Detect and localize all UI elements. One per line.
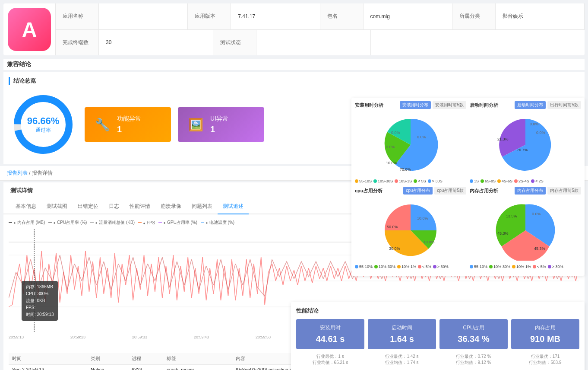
industry-cpu: 行业最优：0.72 % 行业均值：9.12 % — [439, 354, 508, 366]
field-empty — [371, 30, 585, 56]
breadcrumb-list[interactable]: 报告列表 — [7, 170, 28, 176]
pie-install-legend: 55-10S 10S-30S 10S-1S < 5S > 30S — [355, 179, 466, 183]
perf-section: 性能结论 安装用时 44.61 s 启动时间 1.64 s CPU占用 36.3… — [291, 302, 585, 370]
perf-card-install-value: 44.61 s — [301, 334, 359, 344]
donut-percent: 96.66% — [27, 115, 60, 127]
test-section-title: 测试详情 — [10, 187, 33, 195]
svg-text:21.3%: 21.3% — [497, 137, 509, 141]
industry-memory-avg: 行业均值：503.9 — [511, 360, 579, 366]
tab-crash[interactable]: 崩溃录像 — [155, 199, 187, 214]
pie-memory-tab-1[interactable]: 内存占用分布 — [515, 187, 546, 195]
tab-error-locate[interactable]: 出错定位 — [73, 199, 104, 214]
perf-card-cpu-label: CPU占用 — [445, 324, 503, 332]
perf-card-start-value: 1.64 s — [373, 334, 431, 344]
svg-text:45.3%: 45.3% — [534, 246, 545, 251]
perf-title: 性能结论 — [296, 307, 579, 315]
tooltip-memory: 内存: 1866MB — [26, 284, 54, 290]
pie-memory-legend: 55-10% 10%-30% 10%-1% < 5% > 30% — [470, 265, 581, 269]
pie-install-title: 安装用时分析 — [355, 102, 383, 108]
svg-text:13.5%: 13.5% — [506, 214, 517, 218]
legend-gpu: ⬥ GPU占用率 (%) — [158, 220, 197, 226]
pie-cpu-tab-2[interactable]: cpu占用前5款 — [434, 187, 466, 195]
compat-section-title: 兼容结论 — [3, 59, 585, 70]
svg-text:0.0%: 0.0% — [536, 131, 545, 135]
legend-battery-label: ⬥ 电池温度 (%) — [205, 220, 234, 226]
stat-ui-label: UI异常 — [210, 115, 228, 123]
app-fields: 应用名称 应用版本 7.41.17 包名 com.mig 所属分类 影音娱乐 完… — [55, 3, 585, 55]
app-row-2: 完成终端数 30 测试状态 — [56, 30, 585, 56]
legend-fps: ⬥ FPS — [138, 220, 155, 226]
legend-fps-label: ⬥ FPS — [143, 220, 155, 225]
pie-install-tab-2[interactable]: 安装用时前5款 — [433, 101, 466, 109]
industry-install: 行业最优：1 s 行业均值：65.21 s — [296, 354, 364, 366]
pie-cpu-tab-1[interactable]: cpu占用分布 — [403, 187, 433, 195]
perf-card-cpu: CPU占用 36.34 % — [439, 319, 508, 349]
tab-log[interactable]: 日志 — [104, 199, 124, 214]
stat-card-ui-error: 🖼️ UI异常 1 — [178, 107, 264, 142]
svg-text:50.0%: 50.0% — [387, 225, 398, 229]
stat-func-label: 功能异常 — [117, 115, 141, 123]
log-time: Sep 2 20:59:13 — [9, 365, 87, 370]
pie-cpu-tabs: cpu占用分布 cpu占用前5款 — [403, 187, 466, 195]
app-row-1: 应用名称 应用版本 7.41.17 包名 com.mig 所属分类 影音娱乐 — [56, 3, 585, 30]
breadcrumb-detail: 报告详情 — [32, 170, 53, 176]
svg-text:0.0%: 0.0% — [391, 131, 400, 135]
log-process: crash_mover — [163, 365, 232, 370]
industry-install-avg: 行业均值：65.21 s — [296, 360, 364, 366]
conclusion-title: 结论总览 — [9, 77, 579, 85]
industry-start-best: 行业最优：1.42 s — [368, 354, 436, 360]
perf-card-memory-value: 910 MB — [516, 334, 574, 344]
col-pid: 进程 — [128, 353, 163, 365]
legend-cpu-label: ⬥ CPU占用率 (%) — [53, 220, 87, 226]
perf-card-memory: 内存占用 910 MB — [511, 319, 579, 349]
right-panel: 安装用时分析 安装用时分布 安装用时前5款 — [351, 98, 585, 276]
pie-install-tab-1[interactable]: 安装用时分布 — [400, 101, 431, 109]
industry-cpu-best: 行业最优：0.72 % — [439, 354, 508, 360]
donut-label: 通过率 — [27, 127, 60, 134]
svg-text:30.0%: 30.0% — [389, 246, 400, 251]
tab-trace[interactable]: 测试追述 — [218, 199, 249, 214]
tab-screenshots[interactable]: 测试截图 — [41, 199, 73, 214]
pie-memory-title: 内存占用分析 — [470, 188, 498, 194]
industry-cpu-avg: 行业均值：9.12 % — [439, 360, 508, 366]
industry-start-avg: 行业均值：1.74 s — [368, 360, 436, 366]
col-time: 时间 — [9, 353, 87, 365]
image-icon: 🖼️ — [188, 118, 203, 132]
log-pid: 6323 — [128, 365, 163, 370]
tooltip-fps: FPS: — [26, 304, 54, 311]
tab-basic[interactable]: 基本信息 — [10, 199, 41, 214]
pie-memory-tab-2[interactable]: 内存占用前5款 — [547, 187, 581, 195]
col-type: 类别 — [87, 353, 128, 365]
svg-text:76.7%: 76.7% — [517, 148, 528, 152]
col-process: 标签 — [163, 353, 232, 365]
tooltip-cpu: CPU: 300% — [26, 290, 54, 297]
donut-chart: 96.66% 通过率 — [9, 90, 78, 159]
pie-start-tab-1[interactable]: 启动时间分布 — [515, 101, 546, 109]
stat-ui-info: UI异常 1 — [210, 115, 228, 134]
perf-card-start: 启动时间 1.64 s — [368, 319, 436, 349]
compat-title-text: 兼容结论 — [7, 61, 31, 67]
tab-issues[interactable]: 问题列表 — [187, 199, 218, 214]
tab-perf[interactable]: 性能评情 — [124, 199, 155, 214]
field-value-appname — [99, 3, 188, 29]
pie-start-title: 启动时间分析 — [470, 102, 498, 108]
svg-text:0.0%: 0.0% — [417, 135, 426, 139]
pie-row-2: cpu占用分析 cpu占用分布 cpu占用前5款 — [355, 187, 581, 269]
perf-industry: 行业最优：1 s 行业均值：65.21 s 行业最优：1.42 s 行业均值：1… — [296, 354, 579, 366]
pie-memory: 内存占用分析 内存占用分布 内存占用前5款 — [470, 187, 581, 269]
tooltip-flow: 流量: 0KB — [26, 297, 54, 304]
main-container: A 应用名称 应用版本 7.41.17 包名 com.mig 所属分类 影音娱乐… — [0, 3, 588, 370]
pie-install-time: 安装用时分析 安装用时分布 安装用时前5款 — [355, 101, 466, 183]
industry-memory: 行业最优：171 行业均值：503.9 — [511, 354, 579, 366]
pie-start-legend: 1S 6S-8S 4S-6S 2S-4S < 2S — [470, 179, 581, 183]
pie-row-1: 安装用时分析 安装用时分布 安装用时前5款 — [355, 101, 581, 183]
app-logo: A — [8, 8, 51, 51]
field-label-category: 所属分类 — [452, 3, 496, 29]
legend-flow-label: ⬥ 流量消耗总值 (KB) — [95, 220, 135, 226]
svg-text:45.3%: 45.3% — [497, 231, 509, 236]
pie-start-tab-2[interactable]: 出行时间前5款 — [547, 101, 581, 109]
breadcrumb-sep: / — [29, 170, 32, 176]
legend-memory: ⬥ 内存占用 (MB) — [9, 220, 45, 226]
log-type: Notice — [87, 365, 128, 370]
perf-card-start-label: 启动时间 — [373, 324, 431, 332]
